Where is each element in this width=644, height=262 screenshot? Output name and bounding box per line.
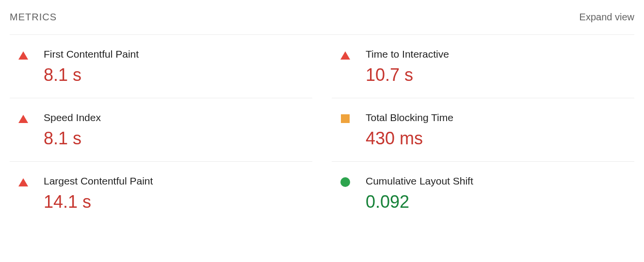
triangle-up-icon: [17, 49, 29, 61]
metrics-header: METRICS Expand view: [10, 12, 634, 35]
metric-time-to-interactive[interactable]: Time to Interactive 10.7 s: [332, 35, 634, 98]
metric-value: 430 ms: [366, 128, 453, 149]
metric-first-contentful-paint[interactable]: First Contentful Paint 8.1 s: [10, 35, 312, 98]
square-icon: [339, 113, 351, 124]
triangle-up-icon: [17, 176, 29, 188]
metric-label: Total Blocking Time: [366, 112, 453, 123]
metric-body: Cumulative Layout Shift 0.092: [366, 175, 473, 212]
metric-total-blocking-time[interactable]: Total Blocking Time 430 ms: [332, 98, 634, 162]
metric-body: Largest Contentful Paint 14.1 s: [44, 175, 153, 212]
metric-value: 8.1 s: [44, 65, 139, 85]
metric-value: 8.1 s: [44, 128, 101, 149]
metric-largest-contentful-paint[interactable]: Largest Contentful Paint 14.1 s: [10, 162, 312, 225]
section-title: METRICS: [10, 12, 57, 23]
metric-speed-index[interactable]: Speed Index 8.1 s: [10, 98, 312, 162]
metric-cumulative-layout-shift[interactable]: Cumulative Layout Shift 0.092: [332, 162, 634, 225]
metric-body: Time to Interactive 10.7 s: [366, 48, 449, 85]
metric-label: Largest Contentful Paint: [44, 175, 153, 187]
circle-icon: [339, 176, 351, 188]
metric-label: Cumulative Layout Shift: [366, 175, 473, 187]
expand-view-link[interactable]: Expand view: [580, 12, 634, 23]
metric-value: 10.7 s: [366, 65, 449, 85]
metric-label: Speed Index: [44, 112, 101, 123]
metric-body: First Contentful Paint 8.1 s: [44, 48, 139, 85]
metric-value: 0.092: [366, 192, 473, 212]
metrics-grid: First Contentful Paint 8.1 s Time to Int…: [10, 35, 634, 225]
metric-body: Speed Index 8.1 s: [44, 112, 101, 149]
metric-label: Time to Interactive: [366, 48, 449, 60]
metric-label: First Contentful Paint: [44, 48, 139, 60]
triangle-up-icon: [339, 49, 351, 61]
metric-body: Total Blocking Time 430 ms: [366, 112, 453, 149]
triangle-up-icon: [17, 113, 29, 124]
metric-value: 14.1 s: [44, 192, 153, 212]
